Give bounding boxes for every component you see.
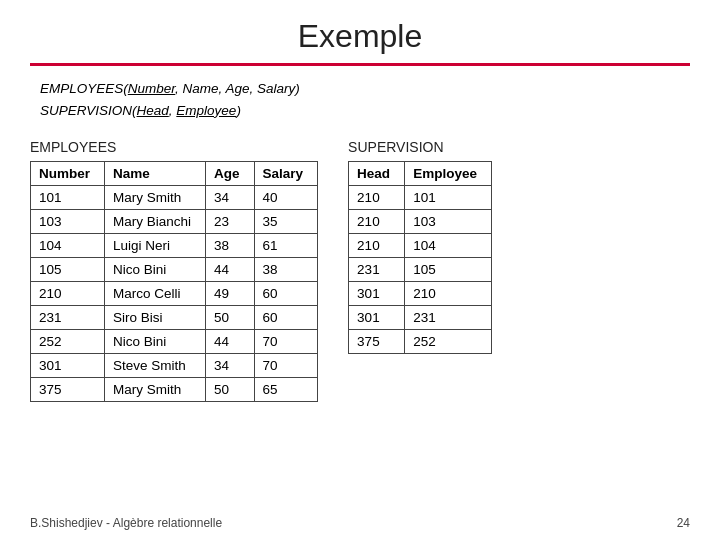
table-cell: 301 [31, 354, 105, 378]
table-cell: 70 [254, 354, 318, 378]
schema-text: EMPLOYEES(Number, Name, Age, Salary) SUP… [40, 78, 680, 121]
table-cell: 375 [31, 378, 105, 402]
table-row: 231Siro Bisi5060 [31, 306, 318, 330]
schema-employees-pk: Number [128, 81, 175, 96]
schema-line1: EMPLOYEES(Number, Name, Age, Salary) [40, 78, 680, 100]
table-row: 101Mary Smith3440 [31, 186, 318, 210]
table-cell: 44 [206, 258, 255, 282]
table-cell: 60 [254, 282, 318, 306]
table-cell: Siro Bisi [105, 306, 206, 330]
table-cell: 103 [405, 210, 492, 234]
employees-label: EMPLOYEES [30, 139, 318, 155]
table-row: 252Nico Bini4470 [31, 330, 318, 354]
table-row: 104Luigi Neri3861 [31, 234, 318, 258]
employees-section: EMPLOYEES Number Name Age Salary 101Mary… [30, 139, 318, 402]
table-row: 105Nico Bini4438 [31, 258, 318, 282]
table-row: 375Mary Smith5065 [31, 378, 318, 402]
table-cell: 70 [254, 330, 318, 354]
table-cell: 231 [405, 306, 492, 330]
footer-left: B.Shishedjiev - Algèbre relationnelle [30, 516, 222, 530]
table-cell: 34 [206, 186, 255, 210]
table-cell: 44 [206, 330, 255, 354]
table-row: 301231 [349, 306, 492, 330]
table-cell: 252 [405, 330, 492, 354]
table-cell: 104 [31, 234, 105, 258]
table-cell: 231 [31, 306, 105, 330]
table-cell: 49 [206, 282, 255, 306]
table-cell: 23 [206, 210, 255, 234]
table-cell: Mary Bianchi [105, 210, 206, 234]
employees-col-name: Name [105, 162, 206, 186]
table-cell: Mary Smith [105, 186, 206, 210]
table-row: 210101 [349, 186, 492, 210]
table-cell: 50 [206, 306, 255, 330]
table-cell: Marco Celli [105, 282, 206, 306]
table-cell: 104 [405, 234, 492, 258]
table-cell: 231 [349, 258, 405, 282]
table-cell: 40 [254, 186, 318, 210]
footer-right: 24 [677, 516, 690, 530]
table-cell: 210 [31, 282, 105, 306]
table-cell: Nico Bini [105, 258, 206, 282]
table-row: 375252 [349, 330, 492, 354]
table-cell: 101 [31, 186, 105, 210]
supervision-label: SUPERVISION [348, 139, 492, 155]
table-row: 231105 [349, 258, 492, 282]
table-cell: Luigi Neri [105, 234, 206, 258]
schema-line2: SUPERVISION(Head, Employee) [40, 100, 680, 122]
table-cell: 34 [206, 354, 255, 378]
table-row: 210103 [349, 210, 492, 234]
supervision-col-head: Head [349, 162, 405, 186]
schema-supervision-fk2: Employee [176, 103, 236, 118]
schema-employees-prefix: EMPLOYEES( [40, 81, 128, 96]
table-cell: 375 [349, 330, 405, 354]
schema-supervision-fk1: Head [137, 103, 169, 118]
table-cell: 50 [206, 378, 255, 402]
table-cell: 105 [405, 258, 492, 282]
table-cell: 105 [31, 258, 105, 282]
decorative-line [30, 63, 690, 66]
table-row: 301Steve Smith3470 [31, 354, 318, 378]
table-cell: 61 [254, 234, 318, 258]
table-cell: 38 [254, 258, 318, 282]
table-cell: 252 [31, 330, 105, 354]
schema-employees-suffix: , Name, Age, Salary) [175, 81, 300, 96]
supervision-section: SUPERVISION Head Employee 21010121010321… [348, 139, 492, 354]
table-cell: 101 [405, 186, 492, 210]
supervision-col-employee: Employee [405, 162, 492, 186]
table-cell: 210 [349, 210, 405, 234]
table-cell: 65 [254, 378, 318, 402]
table-cell: 103 [31, 210, 105, 234]
table-cell: Steve Smith [105, 354, 206, 378]
table-cell: Nico Bini [105, 330, 206, 354]
table-row: 210Marco Celli4960 [31, 282, 318, 306]
employees-header-row: Number Name Age Salary [31, 162, 318, 186]
employees-col-age: Age [206, 162, 255, 186]
page-title: Exemple [0, 0, 720, 63]
table-cell: 301 [349, 306, 405, 330]
employees-table: Number Name Age Salary 101Mary Smith3440… [30, 161, 318, 402]
schema-supervision-prefix: SUPERVISION( [40, 103, 137, 118]
employees-col-number: Number [31, 162, 105, 186]
table-cell: Mary Smith [105, 378, 206, 402]
table-cell: 210 [349, 234, 405, 258]
table-row: 103Mary Bianchi2335 [31, 210, 318, 234]
table-cell: 35 [254, 210, 318, 234]
supervision-table: Head Employee 21010121010321010423110530… [348, 161, 492, 354]
table-cell: 38 [206, 234, 255, 258]
table-cell: 210 [349, 186, 405, 210]
table-cell: 301 [349, 282, 405, 306]
table-cell: 60 [254, 306, 318, 330]
table-row: 210104 [349, 234, 492, 258]
table-row: 301210 [349, 282, 492, 306]
supervision-header-row: Head Employee [349, 162, 492, 186]
employees-col-salary: Salary [254, 162, 318, 186]
tables-container: EMPLOYEES Number Name Age Salary 101Mary… [30, 139, 690, 402]
schema-supervision-end: ) [236, 103, 241, 118]
table-cell: 210 [405, 282, 492, 306]
footer: B.Shishedjiev - Algèbre relationnelle 24 [0, 516, 720, 530]
